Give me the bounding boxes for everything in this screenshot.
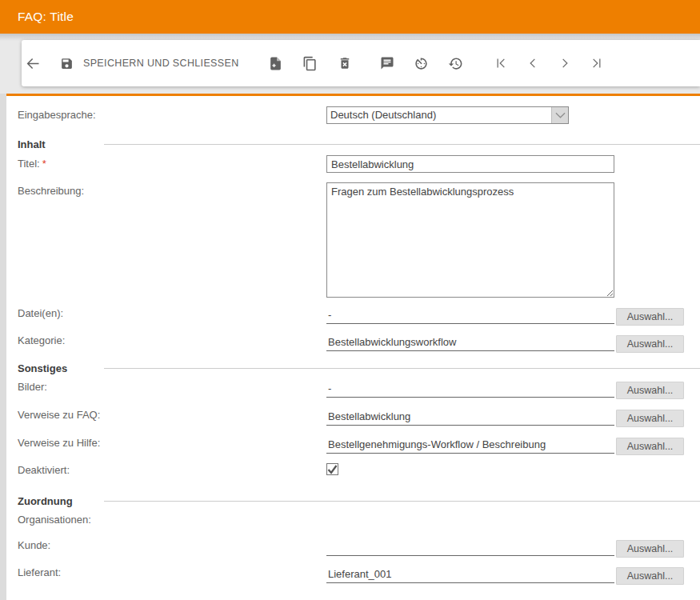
row-dateien: Datei(en): - Auswahl...: [18, 305, 700, 324]
toolbar: SPEICHERN UND SCHLIESSEN: [22, 40, 700, 86]
row-bilder: Bilder: - Auswahl...: [18, 378, 700, 398]
row-deaktiviert: Deaktiviert:: [18, 462, 700, 476]
comment-button[interactable]: [378, 54, 397, 73]
bilder-field[interactable]: -: [326, 378, 614, 398]
chevron-down-icon[interactable]: [551, 107, 568, 123]
first-page-icon: [493, 55, 509, 71]
kategorie-auswahl-button[interactable]: Auswahl...: [616, 335, 684, 353]
verweise-zu-hilfe-field[interactable]: Bestellgenehmigungs-Workflow / Beschreib…: [326, 434, 614, 454]
dateien-label: Datei(en):: [18, 305, 326, 319]
save-and-close-button[interactable]: SPEICHERN UND SCHLIESSEN: [60, 57, 239, 70]
section-sonstiges-title: Sonstiges: [18, 362, 104, 374]
section-sonstiges: Sonstiges: [18, 362, 700, 374]
row-kategorie: Kategorie: Bestellabwicklungsworkflow Au…: [18, 332, 700, 351]
timer-button[interactable]: [412, 54, 431, 73]
lieferant-field[interactable]: Lieferant_001: [326, 564, 614, 583]
section-divider: [104, 368, 700, 369]
bilder-label: Bilder:: [18, 378, 326, 393]
delete-button[interactable]: [335, 54, 354, 73]
required-marker: *: [42, 158, 46, 170]
save-icon: [60, 57, 74, 70]
lieferant-auswahl-button[interactable]: Auswahl...: [616, 567, 684, 585]
section-divider: [104, 144, 700, 145]
beschreibung-label: Beschreibung:: [18, 182, 326, 197]
section-divider: [104, 501, 700, 502]
timer-icon: [414, 56, 429, 71]
section-inhalt-title: Inhalt: [18, 138, 104, 150]
copy-icon: [302, 56, 318, 71]
dateien-auswahl-button[interactable]: Auswahl...: [616, 308, 684, 326]
previous-page-button[interactable]: [523, 54, 542, 73]
toolbar-strip: SPEICHERN UND SCHLIESSEN: [0, 34, 700, 94]
verweise-zu-faq-field[interactable]: Bestellabwicklung: [326, 406, 614, 426]
history-icon: [448, 56, 463, 71]
titel-input[interactable]: [326, 155, 614, 173]
check-icon: [327, 465, 338, 474]
kategorie-field[interactable]: Bestellabwicklungsworkflow: [326, 332, 614, 351]
save-and-close-label: SPEICHERN UND SCHLIESSEN: [83, 58, 239, 69]
deaktiviert-label: Deaktiviert:: [18, 462, 326, 476]
language-select-value: Deutsch (Deutschland): [327, 107, 551, 123]
chevron-left-icon: [525, 55, 541, 71]
faq-form: Eingabesprache: Deutsch (Deutschland) In…: [6, 96, 700, 600]
row-organisationen: Organisationen:: [18, 511, 700, 526]
new-document-button[interactable]: [266, 54, 286, 73]
lieferant-label: Lieferant:: [18, 564, 326, 578]
verweise-zu-faq-label: Verweise zu FAQ:: [18, 406, 326, 421]
eingabesprache-label: Eingabesprache:: [18, 106, 326, 121]
section-zuordnung-title: Zuordnung: [18, 495, 104, 507]
window-titlebar: FAQ: Title: [0, 0, 700, 34]
titel-label: Titel:*: [18, 155, 326, 170]
organisationen-label: Organisationen:: [18, 511, 326, 526]
row-eingabesprache: Eingabesprache: Deutsch (Deutschland): [18, 106, 700, 124]
last-page-icon: [589, 55, 605, 71]
bilder-auswahl-button[interactable]: Auswahl...: [616, 382, 684, 399]
new-document-icon: [268, 56, 283, 71]
kategorie-label: Kategorie:: [18, 332, 326, 346]
history-button[interactable]: [446, 54, 466, 73]
row-beschreibung: Beschreibung: Fragen zum Bestellabwicklu…: [18, 182, 700, 298]
delete-icon: [338, 56, 352, 70]
row-titel: Titel:*: [18, 155, 700, 173]
row-verweise-zu-hilfe: Verweise zu Hilfe: Bestellgenehmigungs-W…: [18, 434, 700, 454]
arrow-back-icon: [25, 55, 42, 72]
row-lieferant: Lieferant: Lieferant_001 Auswahl...: [18, 564, 700, 583]
language-select[interactable]: Deutsch (Deutschland): [326, 106, 569, 124]
copy-button[interactable]: [301, 54, 320, 73]
deaktiviert-checkbox[interactable]: [326, 463, 338, 475]
verweise-zu-hilfe-auswahl-button[interactable]: Auswahl...: [616, 438, 684, 455]
last-page-button[interactable]: [587, 54, 606, 73]
section-inhalt: Inhalt: [18, 138, 700, 150]
next-page-button[interactable]: [555, 54, 574, 73]
kunde-label: Kunde:: [18, 537, 326, 551]
section-zuordnung: Zuordnung: [18, 495, 700, 507]
verweise-zu-hilfe-label: Verweise zu Hilfe:: [18, 434, 326, 449]
row-kunde: Kunde: Auswahl...: [18, 537, 700, 556]
verweise-zu-faq-auswahl-button[interactable]: Auswahl...: [616, 410, 684, 427]
back-button[interactable]: [23, 54, 42, 73]
comment-icon: [380, 56, 394, 70]
kunde-field[interactable]: [326, 537, 614, 556]
page-title: FAQ: Title: [18, 10, 74, 24]
first-page-button[interactable]: [491, 54, 510, 73]
dateien-field[interactable]: -: [326, 305, 614, 324]
beschreibung-textarea[interactable]: Fragen zum Bestellabwicklungsprozess: [326, 182, 614, 298]
chevron-right-icon: [557, 55, 573, 71]
kunde-auswahl-button[interactable]: Auswahl...: [616, 540, 684, 558]
row-verweise-zu-faq: Verweise zu FAQ: Bestellabwicklung Auswa…: [18, 406, 700, 426]
